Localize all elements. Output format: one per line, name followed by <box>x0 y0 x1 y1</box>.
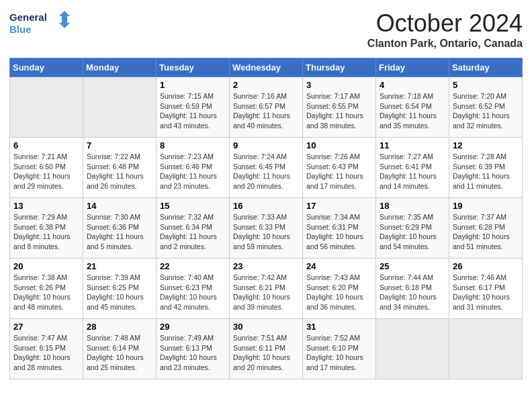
calendar-cell: 1Sunrise: 7:15 AMSunset: 6:59 PMDaylight… <box>157 77 230 138</box>
day-number: 27 <box>13 322 79 332</box>
day-info: Sunrise: 7:18 AMSunset: 6:54 PMDaylight:… <box>380 91 445 131</box>
day-info: Sunrise: 7:47 AMSunset: 6:15 PMDaylight:… <box>13 333 79 373</box>
calendar-cell <box>449 319 523 379</box>
day-info: Sunrise: 7:22 AMSunset: 6:48 PMDaylight:… <box>87 152 152 191</box>
calendar-cell: 28Sunrise: 7:48 AMSunset: 6:14 PMDayligh… <box>83 319 157 379</box>
day-number: 4 <box>380 80 445 90</box>
day-number: 25 <box>380 261 445 271</box>
day-info: Sunrise: 7:35 AMSunset: 6:29 PMDaylight:… <box>380 212 445 252</box>
day-number: 24 <box>306 261 372 271</box>
calendar-cell: 14Sunrise: 7:30 AMSunset: 6:36 PMDayligh… <box>83 198 157 259</box>
calendar-cell: 3Sunrise: 7:17 AMSunset: 6:55 PMDaylight… <box>303 77 376 138</box>
day-info: Sunrise: 7:33 AMSunset: 6:33 PMDaylight:… <box>233 212 299 252</box>
calendar-cell: 31Sunrise: 7:52 AMSunset: 6:10 PMDayligh… <box>303 319 376 379</box>
day-number: 26 <box>453 261 519 271</box>
calendar-cell: 11Sunrise: 7:27 AMSunset: 6:41 PMDayligh… <box>376 138 449 198</box>
day-info: Sunrise: 7:28 AMSunset: 6:39 PMDaylight:… <box>453 152 519 191</box>
day-number: 12 <box>453 140 519 150</box>
day-info: Sunrise: 7:17 AMSunset: 6:55 PMDaylight:… <box>306 91 372 131</box>
calendar-cell: 7Sunrise: 7:22 AMSunset: 6:48 PMDaylight… <box>83 138 157 198</box>
calendar-cell <box>83 77 157 138</box>
calendar-cell: 13Sunrise: 7:29 AMSunset: 6:38 PMDayligh… <box>10 198 83 259</box>
day-info: Sunrise: 7:44 AMSunset: 6:18 PMDaylight:… <box>380 273 445 312</box>
day-number: 3 <box>306 80 372 90</box>
day-number: 23 <box>233 261 299 271</box>
day-info: Sunrise: 7:23 AMSunset: 6:46 PMDaylight:… <box>160 152 226 191</box>
day-info: Sunrise: 7:21 AMSunset: 6:50 PMDaylight:… <box>13 152 79 191</box>
day-info: Sunrise: 7:32 AMSunset: 6:34 PMDaylight:… <box>160 212 226 252</box>
day-info: Sunrise: 7:30 AMSunset: 6:36 PMDaylight:… <box>87 212 152 252</box>
calendar-cell: 27Sunrise: 7:47 AMSunset: 6:15 PMDayligh… <box>10 319 83 379</box>
day-info: Sunrise: 7:16 AMSunset: 6:57 PMDaylight:… <box>233 91 299 131</box>
calendar-cell: 23Sunrise: 7:42 AMSunset: 6:21 PMDayligh… <box>230 259 303 319</box>
day-info: Sunrise: 7:39 AMSunset: 6:25 PMDaylight:… <box>87 273 152 312</box>
header-tuesday: Tuesday <box>157 58 230 77</box>
day-info: Sunrise: 7:40 AMSunset: 6:23 PMDaylight:… <box>160 273 226 312</box>
calendar-cell: 15Sunrise: 7:32 AMSunset: 6:34 PMDayligh… <box>157 198 230 259</box>
header-thursday: Thursday <box>303 58 376 77</box>
svg-marker-2 <box>59 11 70 28</box>
day-info: Sunrise: 7:52 AMSunset: 6:10 PMDaylight:… <box>306 333 372 373</box>
day-number: 17 <box>306 201 372 211</box>
calendar-cell: 2Sunrise: 7:16 AMSunset: 6:57 PMDaylight… <box>230 77 303 138</box>
calendar-cell: 10Sunrise: 7:26 AMSunset: 6:43 PMDayligh… <box>303 138 376 198</box>
day-number: 14 <box>87 201 152 211</box>
day-info: Sunrise: 7:15 AMSunset: 6:59 PMDaylight:… <box>160 91 226 131</box>
calendar-cell: 5Sunrise: 7:20 AMSunset: 6:52 PMDaylight… <box>449 77 523 138</box>
day-info: Sunrise: 7:24 AMSunset: 6:45 PMDaylight:… <box>233 152 299 191</box>
day-info: Sunrise: 7:46 AMSunset: 6:17 PMDaylight:… <box>453 273 519 312</box>
day-info: Sunrise: 7:49 AMSunset: 6:13 PMDaylight:… <box>160 333 226 373</box>
calendar-cell: 25Sunrise: 7:44 AMSunset: 6:18 PMDayligh… <box>376 259 449 319</box>
svg-text:General: General <box>9 11 47 23</box>
header-wednesday: Wednesday <box>230 58 303 77</box>
header-monday: Monday <box>83 58 157 77</box>
header-friday: Friday <box>376 58 449 77</box>
svg-text:Blue: Blue <box>9 24 32 35</box>
calendar-cell: 20Sunrise: 7:38 AMSunset: 6:26 PMDayligh… <box>10 259 83 319</box>
day-number: 18 <box>380 201 445 211</box>
calendar-cell: 24Sunrise: 7:43 AMSunset: 6:20 PMDayligh… <box>303 259 376 319</box>
day-number: 30 <box>233 322 299 332</box>
calendar-cell: 6Sunrise: 7:21 AMSunset: 6:50 PMDaylight… <box>10 138 83 198</box>
day-info: Sunrise: 7:48 AMSunset: 6:14 PMDaylight:… <box>87 333 152 373</box>
calendar-week-row: 27Sunrise: 7:47 AMSunset: 6:15 PMDayligh… <box>10 319 523 379</box>
day-info: Sunrise: 7:29 AMSunset: 6:38 PMDaylight:… <box>13 212 79 252</box>
calendar-cell: 21Sunrise: 7:39 AMSunset: 6:25 PMDayligh… <box>83 259 157 319</box>
day-number: 9 <box>233 140 299 150</box>
day-number: 19 <box>453 201 519 211</box>
calendar-cell: 30Sunrise: 7:51 AMSunset: 6:11 PMDayligh… <box>230 319 303 379</box>
day-number: 5 <box>453 80 519 90</box>
day-number: 11 <box>380 140 445 150</box>
title-block: October 2024 Clanton Park, Ontario, Cana… <box>367 9 523 50</box>
day-number: 31 <box>306 322 372 332</box>
day-number: 13 <box>13 201 79 211</box>
day-info: Sunrise: 7:20 AMSunset: 6:52 PMDaylight:… <box>453 91 519 131</box>
day-number: 7 <box>87 140 152 150</box>
header-saturday: Saturday <box>449 58 523 77</box>
day-info: Sunrise: 7:51 AMSunset: 6:11 PMDaylight:… <box>233 333 299 373</box>
location-title: Clanton Park, Ontario, Canada <box>367 38 523 50</box>
day-info: Sunrise: 7:38 AMSunset: 6:26 PMDaylight:… <box>13 273 79 312</box>
calendar-cell: 12Sunrise: 7:28 AMSunset: 6:39 PMDayligh… <box>449 138 523 198</box>
page-header: General Blue October 2024 Clanton Park, … <box>9 9 523 50</box>
day-info: Sunrise: 7:42 AMSunset: 6:21 PMDaylight:… <box>233 273 299 312</box>
calendar-cell: 19Sunrise: 7:37 AMSunset: 6:28 PMDayligh… <box>449 198 523 259</box>
calendar-cell: 9Sunrise: 7:24 AMSunset: 6:45 PMDaylight… <box>230 138 303 198</box>
calendar-week-row: 1Sunrise: 7:15 AMSunset: 6:59 PMDaylight… <box>10 77 523 138</box>
calendar-cell: 8Sunrise: 7:23 AMSunset: 6:46 PMDaylight… <box>157 138 230 198</box>
calendar-cell: 18Sunrise: 7:35 AMSunset: 6:29 PMDayligh… <box>376 198 449 259</box>
day-number: 1 <box>160 80 226 90</box>
calendar-week-row: 6Sunrise: 7:21 AMSunset: 6:50 PMDaylight… <box>10 138 523 198</box>
calendar-cell: 16Sunrise: 7:33 AMSunset: 6:33 PMDayligh… <box>230 198 303 259</box>
day-number: 28 <box>87 322 152 332</box>
calendar-week-row: 13Sunrise: 7:29 AMSunset: 6:38 PMDayligh… <box>10 198 523 259</box>
day-info: Sunrise: 7:27 AMSunset: 6:41 PMDaylight:… <box>380 152 445 191</box>
day-number: 6 <box>13 140 79 150</box>
day-number: 2 <box>233 80 299 90</box>
day-number: 20 <box>13 261 79 271</box>
day-info: Sunrise: 7:26 AMSunset: 6:43 PMDaylight:… <box>306 152 372 191</box>
day-number: 8 <box>160 140 226 150</box>
calendar-cell: 29Sunrise: 7:49 AMSunset: 6:13 PMDayligh… <box>157 319 230 379</box>
calendar-cell: 4Sunrise: 7:18 AMSunset: 6:54 PMDaylight… <box>376 77 449 138</box>
calendar-cell <box>10 77 83 138</box>
